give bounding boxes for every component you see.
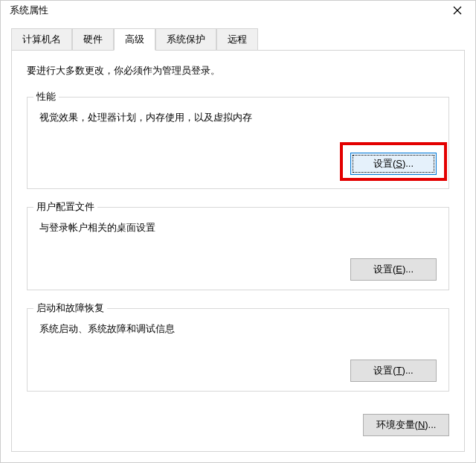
tabs-row: 计算机名 硬件 高级 系统保护 远程: [1, 19, 475, 51]
group-desc-performance: 视觉效果，处理器计划，内存使用，以及虚拟内存: [39, 111, 437, 124]
tab-system-protection[interactable]: 系统保护: [155, 28, 216, 51]
button-label: 环境变量(N)...: [376, 418, 437, 432]
group-title-performance: 性能: [33, 90, 59, 103]
button-label: 设置(S)...: [373, 157, 414, 170]
group-buttons-user-profiles: 设置(E)...: [39, 258, 437, 281]
performance-settings-button[interactable]: 设置(S)...: [350, 153, 437, 175]
group-title-startup-recovery: 启动和故障恢复: [33, 301, 107, 315]
button-label: 设置(E)...: [373, 263, 414, 276]
tab-hardware[interactable]: 硬件: [72, 28, 114, 51]
system-properties-window: 系统属性 计算机名 硬件 高级 系统保护 远程 要进行大多数更改，你必须作为管理…: [0, 0, 476, 463]
group-startup-recovery: 启动和故障恢复 系统启动、系统故障和调试信息 设置(T)...: [27, 308, 449, 392]
group-user-profiles: 用户配置文件 与登录帐户相关的桌面设置 设置(E)...: [27, 207, 449, 290]
group-buttons-performance: 设置(S)...: [39, 153, 437, 175]
button-label: 设置(T)...: [373, 364, 413, 377]
titlebar: 系统属性: [1, 1, 475, 19]
group-desc-user-profiles: 与登录帐户相关的桌面设置: [39, 221, 437, 234]
tab-advanced[interactable]: 高级: [114, 28, 155, 51]
group-buttons-startup-recovery: 设置(T)...: [39, 360, 437, 382]
admin-notice: 要进行大多数更改，你必须作为管理员登录。: [27, 64, 449, 77]
tab-remote[interactable]: 远程: [216, 28, 258, 51]
close-icon: [453, 6, 462, 15]
group-desc-startup-recovery: 系统启动、系统故障和调试信息: [39, 322, 437, 336]
group-performance: 性能 视觉效果，处理器计划，内存使用，以及虚拟内存 设置(S)...: [27, 97, 449, 189]
user-profiles-settings-button[interactable]: 设置(E)...: [350, 258, 437, 281]
startup-recovery-settings-button[interactable]: 设置(T)...: [350, 360, 437, 382]
bottom-row: 环境变量(N)...: [27, 414, 449, 436]
environment-variables-button[interactable]: 环境变量(N)...: [363, 414, 449, 436]
group-title-user-profiles: 用户配置文件: [33, 200, 97, 214]
tab-content: 要进行大多数更改，你必须作为管理员登录。 性能 视觉效果，处理器计划，内存使用，…: [11, 50, 465, 452]
tab-computer-name[interactable]: 计算机名: [11, 28, 72, 51]
window-title: 系统属性: [10, 4, 48, 17]
close-button[interactable]: [440, 1, 475, 19]
